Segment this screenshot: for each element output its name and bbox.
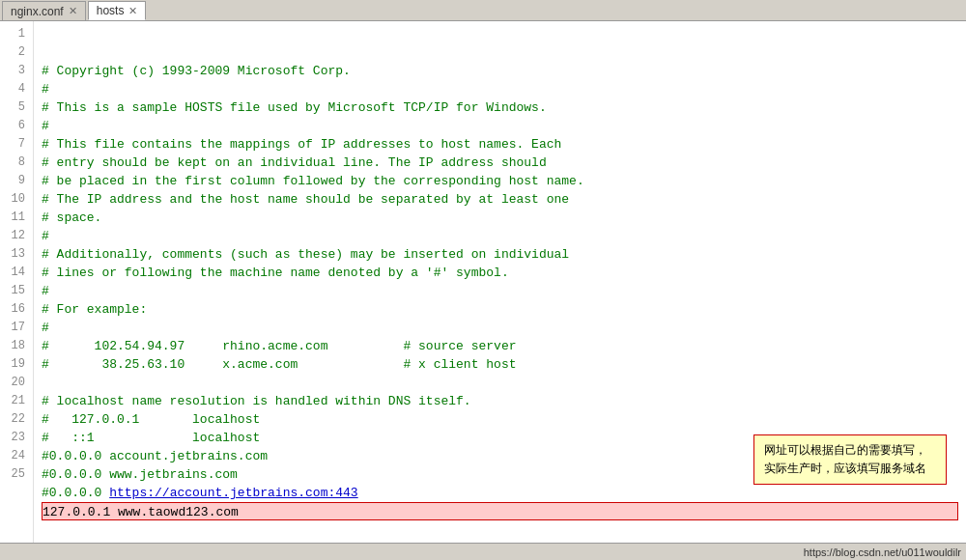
code-line: # The IP address and the host name shoul… (42, 190, 958, 209)
code-line: # 102.54.94.97 rhino.acme.com # source s… (42, 337, 958, 355)
content-area: 1234567891011121314151617181920212223242… (0, 21, 966, 543)
code-line: 127.0.0.1 www.taowd123.com (42, 502, 958, 520)
code-line (42, 374, 958, 392)
line-number: 7 (8, 135, 25, 154)
line-number: 1 (8, 25, 25, 43)
code-line: # (42, 319, 958, 337)
line-number: 12 (8, 227, 25, 245)
line-number: 6 (8, 117, 25, 135)
line-number: 11 (8, 209, 25, 227)
tooltip-box: 网址可以根据自己的需要填写，实际生产时，应该填写服务域名 (753, 434, 947, 485)
line-number: 25 (8, 465, 25, 484)
line-number: 9 (8, 172, 25, 190)
code-line: # (42, 117, 958, 135)
line-number: 17 (8, 319, 25, 337)
line-number: 10 (8, 190, 25, 209)
code-line: # lines or following the machine name de… (42, 264, 958, 282)
status-url: https://blog.csdn.net/u011wouldilr (804, 546, 961, 558)
line-number: 16 (8, 300, 25, 319)
editor-container: nginx.conf ✕ hosts ✕ 1234567891011121314… (0, 0, 966, 560)
line-number: 8 (8, 154, 25, 172)
line-number: 21 (8, 392, 25, 410)
tab-bar: nginx.conf ✕ hosts ✕ (0, 0, 966, 21)
link-text[interactable]: https://account.jetbrains.com:443 (109, 486, 357, 500)
line-number: 5 (8, 98, 25, 117)
tab-hosts[interactable]: hosts ✕ (88, 1, 147, 20)
code-line: # entry should be kept on an individual … (42, 154, 958, 172)
code-line: # localhost name resolution is handled w… (42, 392, 958, 410)
status-bar: https://blog.csdn.net/u011wouldilr (0, 543, 966, 560)
line-number: 3 (8, 62, 25, 80)
code-line: # (42, 227, 958, 245)
line-number: 14 (8, 264, 25, 282)
code-line: # (42, 282, 958, 300)
line-number: 19 (8, 355, 25, 374)
code-line: #0.0.0.0 https://account.jetbrains.com:4… (42, 484, 958, 502)
line-number: 4 (8, 80, 25, 98)
line-number: 2 (8, 43, 25, 62)
line-number: 20 (8, 374, 25, 392)
code-line: # be placed in the first column followed… (42, 172, 958, 190)
code-line: # 38.25.63.10 x.acme.com # x client host (42, 355, 958, 374)
line-number: 23 (8, 429, 25, 447)
tab-close-nginx[interactable]: ✕ (69, 5, 77, 17)
line-number: 13 (8, 245, 25, 264)
code-line: # Additionally, comments (such as these)… (42, 245, 958, 264)
line-numbers: 1234567891011121314151617181920212223242… (0, 21, 34, 543)
line-number: 24 (8, 447, 25, 465)
line-number: 18 (8, 337, 25, 355)
tab-close-hosts[interactable]: ✕ (128, 5, 137, 17)
code-line: # (42, 80, 958, 98)
code-line: # This file contains the mappings of IP … (42, 135, 958, 154)
code-line: # Copyright (c) 1993-2009 Microsoft Corp… (42, 62, 958, 80)
code-line: # 127.0.0.1 localhost (42, 410, 958, 429)
tab-label-hosts: hosts (97, 4, 125, 17)
tab-nginx-conf[interactable]: nginx.conf ✕ (2, 1, 86, 20)
tab-label-nginx: nginx.conf (11, 5, 64, 18)
tooltip-text: 网址可以根据自己的需要填写，实际生产时，应该填写服务域名 (764, 443, 926, 475)
line-number: 15 (8, 282, 25, 300)
line-number: 22 (8, 410, 25, 429)
code-line: # This is a sample HOSTS file used by Mi… (42, 98, 958, 117)
code-line: # For example: (42, 300, 958, 319)
code-line: # space. (42, 209, 958, 227)
